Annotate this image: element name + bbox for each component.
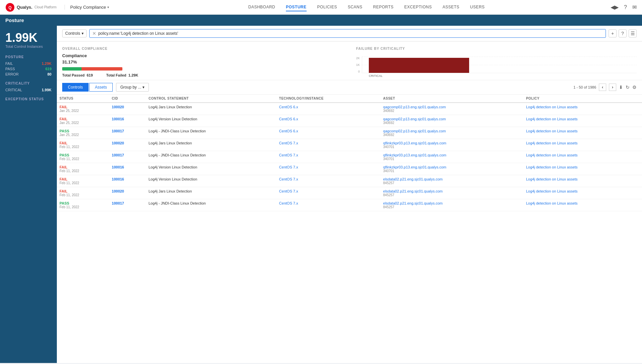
cell-asset: qflinkzkpr03.p13.eng.sjc01.qualys.com 34… <box>381 151 523 163</box>
status-badge: FAIL <box>60 177 106 181</box>
cell-cid: 100017 <box>109 151 146 163</box>
asset-link[interactable]: qflinkzkpr03.p13.eng.sjc01.qualys.com <box>383 153 446 157</box>
cell-cid: 100017 <box>109 127 146 139</box>
asset-link[interactable]: qagcomp02.p13.eng.sjc01.qualys.com <box>383 129 446 133</box>
clear-search-button[interactable]: ✕ <box>92 31 96 36</box>
cid-link[interactable]: 100020 <box>112 105 124 109</box>
settings-icon[interactable]: ⚙ <box>632 85 637 90</box>
nav-exceptions[interactable]: EXCEPTIONS <box>404 3 432 11</box>
nav-dashboard[interactable]: DASHBOARD <box>248 3 276 11</box>
technology-link[interactable]: CentOS 6.x <box>279 117 298 121</box>
cell-status: PASS Feb 11, 2022 <box>57 151 109 163</box>
nav-users[interactable]: USERS <box>470 3 485 11</box>
cell-technology: CentOS 7.x <box>277 139 381 151</box>
policy-link[interactable]: Log4j detection on Linux assets <box>526 153 577 157</box>
policy-link[interactable]: Log4j detection on Linux assets <box>526 105 577 109</box>
table-row: FAIL Jan 25, 2022 100020 Log4j Jars Linu… <box>57 103 642 115</box>
error-value: 80 <box>47 72 51 76</box>
policy-link[interactable]: Log4j detection on Linux assets <box>526 177 577 181</box>
app-selector[interactable]: Policy Compliance ▾ <box>65 5 109 10</box>
nav-policies[interactable]: POLICIES <box>317 3 337 11</box>
policy-link[interactable]: Log4j detection on Linux assets <box>526 117 577 121</box>
nav-posture[interactable]: POSTURE <box>286 3 307 11</box>
nav-reports[interactable]: REPORTS <box>373 3 394 11</box>
help-icon[interactable]: ? <box>624 4 627 10</box>
assets-tab[interactable]: Assets <box>89 83 113 92</box>
technology-link[interactable]: CentOS 6.x <box>279 129 298 133</box>
search-action-buttons: + ? ☰ <box>609 29 637 37</box>
asset-link[interactable]: elsdata02.p21.eng.sjc01.qualys.com <box>383 201 443 205</box>
overall-compliance-section: OVERALL COMPLIANCE Compliance 31.17% Tot… <box>62 47 343 77</box>
cid-link[interactable]: 100017 <box>112 153 124 157</box>
mail-icon[interactable]: ✉ <box>632 4 637 10</box>
cid-link[interactable]: 100016 <box>112 165 124 169</box>
asset-link[interactable]: qflinkzkpr03.p13.eng.sjc01.qualys.com <box>383 165 446 169</box>
cid-link[interactable]: 100016 <box>112 177 124 181</box>
search-menu-button[interactable]: ☰ <box>629 29 637 37</box>
cell-technology: CentOS 6.x <box>277 103 381 115</box>
cell-status: PASS Feb 11, 2022 <box>57 199 109 211</box>
total-passed-label: Total Passed <box>62 73 85 77</box>
user-icon[interactable]: ◀▶ <box>611 4 619 10</box>
cell-technology: CentOS 7.x <box>277 175 381 187</box>
status-badge: FAIL <box>60 165 106 169</box>
cid-link[interactable]: 100016 <box>112 117 124 121</box>
pagination-controls: 1 - 50 of 1986 ‹ › ⬇ ↻ ⚙ <box>573 84 637 91</box>
cell-policy: Log4j detection on Linux assets <box>523 163 642 175</box>
technology-link[interactable]: CentOS 6.x <box>279 105 298 109</box>
top-navigation: Q Qualys. Cloud Platform Policy Complian… <box>0 0 642 15</box>
group-by-button[interactable]: Group by ... ▾ <box>116 83 149 92</box>
cell-control-statement: Log4j - JNDI-Class Linux Detection <box>146 127 276 139</box>
technology-link[interactable]: CentOS 7.x <box>279 153 298 157</box>
search-type-dropdown[interactable]: Controls ▾ <box>62 29 87 37</box>
left-sidebar: 1.99K Total Control Instances POSTURE FA… <box>0 26 57 363</box>
cell-technology: CentOS 7.x <box>277 187 381 199</box>
cell-asset: qflinkzkpr03.p13.eng.sjc01.qualys.com 34… <box>381 139 523 151</box>
cid-link[interactable]: 100020 <box>112 189 124 193</box>
cell-cid: 100016 <box>109 115 146 127</box>
add-search-button[interactable]: + <box>609 29 617 37</box>
policy-link[interactable]: Log4j detection on Linux assets <box>526 189 577 193</box>
asset-link[interactable]: elsdata02.p21.eng.sjc01.qualys.com <box>383 189 443 193</box>
prev-page-button[interactable]: ‹ <box>599 84 606 91</box>
cid-link[interactable]: 100017 <box>112 201 124 205</box>
status-date: Feb 11, 2022 <box>60 193 106 197</box>
policy-link[interactable]: Log4j detection on Linux assets <box>526 165 577 169</box>
cell-technology: CentOS 6.x <box>277 127 381 139</box>
nav-icon-group: ◀▶ ? ✉ <box>611 4 637 10</box>
critical-bar <box>369 58 469 73</box>
criticality-section: FAILURE BY CRITICALITY 2K 1K 0 CRITICAL <box>356 47 637 77</box>
policy-link[interactable]: Log4j detection on Linux assets <box>526 141 577 145</box>
asset-link[interactable]: qagcomp02.p13.eng.sjc01.qualys.com <box>383 105 446 109</box>
asset-link[interactable]: elsdata02.p21.eng.sjc01.qualys.com <box>383 177 443 181</box>
asset-id: 340692 <box>383 133 521 137</box>
asset-link[interactable]: qagcomp02.p13.eng.sjc01.qualys.com <box>383 117 446 121</box>
technology-link[interactable]: CentOS 7.x <box>279 201 298 205</box>
technology-link[interactable]: CentOS 7.x <box>279 141 298 145</box>
nav-scans[interactable]: SCANS <box>348 3 362 11</box>
cid-link[interactable]: 100020 <box>112 141 124 145</box>
asset-link[interactable]: qflinkzkpr03.p13.eng.sjc01.qualys.com <box>383 141 446 145</box>
cell-control-statement: Log4j Version Linux Detection <box>146 115 276 127</box>
compliance-progress-bar <box>62 67 122 71</box>
status-badge: PASS <box>60 129 106 133</box>
refresh-icon[interactable]: ↻ <box>626 85 630 90</box>
cell-cid: 100016 <box>109 175 146 187</box>
cell-control-statement: Log4j Jars Linux Detection <box>146 187 276 199</box>
technology-link[interactable]: CentOS 7.x <box>279 177 298 181</box>
controls-tab[interactable]: Controls <box>62 83 89 92</box>
nav-assets[interactable]: ASSETS <box>442 3 459 11</box>
technology-link[interactable]: CentOS 7.x <box>279 165 298 169</box>
asset-id: 340701 <box>383 145 521 149</box>
policy-link[interactable]: Log4j detection on Linux assets <box>526 129 577 133</box>
search-help-button[interactable]: ? <box>619 29 627 37</box>
search-query-text: policy.name:'Log4j detection on Linux as… <box>98 31 603 36</box>
download-icon[interactable]: ⬇ <box>619 85 623 90</box>
policy-link[interactable]: Log4j detection on Linux assets <box>526 201 577 205</box>
cell-cid: 100020 <box>109 103 146 115</box>
technology-link[interactable]: CentOS 7.x <box>279 189 298 193</box>
next-page-button[interactable]: › <box>609 84 616 91</box>
search-input-area: ✕ policy.name:'Log4j detection on Linux … <box>89 29 606 38</box>
cid-link[interactable]: 100017 <box>112 129 124 133</box>
cell-control-statement: Log4j Jars Linux Detection <box>146 139 276 151</box>
